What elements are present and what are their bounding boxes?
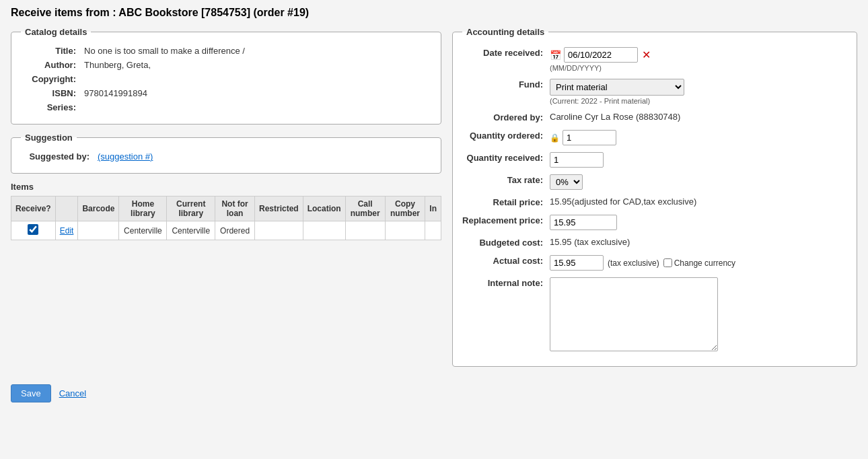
- accounting-legend: Accounting details: [462, 27, 548, 37]
- calendar-icon: 📅: [550, 50, 561, 61]
- actual-cost-value: 15.95 (tax exclusive) Change currency: [550, 252, 847, 274]
- items-section: Items Receive? Barcode Home library Curr…: [11, 182, 441, 240]
- ordered-by-value: Caroline Cyr La Rose (88830748): [550, 108, 847, 127]
- col-not-for-loan: Not for loan: [215, 197, 255, 221]
- call-number-cell: [345, 221, 385, 240]
- ordered-by-label: Ordered by:: [462, 108, 550, 127]
- receive-checkbox-cell[interactable]: [11, 221, 56, 240]
- date-received-input[interactable]: 06/10/2022: [564, 47, 638, 63]
- tax-rate-label: Tax rate:: [462, 171, 550, 193]
- fund-select[interactable]: Print material: [550, 79, 684, 96]
- quantity-ordered-label: Quantity ordered:: [462, 127, 550, 149]
- left-panel: Catalog details Title: No one is too sma…: [11, 27, 441, 240]
- actual-cost-note: (tax exclusive): [608, 258, 659, 268]
- date-received-label: Date received:: [462, 44, 550, 75]
- col-edit: [55, 197, 78, 221]
- footer-buttons: Save Cancel: [11, 384, 857, 402]
- replacement-price-value: 15.95: [550, 211, 847, 234]
- internal-note-input[interactable]: [550, 277, 718, 351]
- col-call-number: Call number: [345, 197, 385, 221]
- col-home-library: Home library: [119, 197, 167, 221]
- catalog-table: Title: No one is too small to make a dif…: [21, 44, 431, 114]
- right-panel: Accounting details Date received: 📅 06/1…: [452, 27, 857, 375]
- barcode-cell: [78, 221, 119, 240]
- actual-cost-label: Actual cost:: [462, 252, 550, 274]
- quantity-received-label: Quantity received:: [462, 149, 550, 171]
- col-in: In: [425, 197, 441, 221]
- col-copy-number: Copy number: [385, 197, 425, 221]
- title-label: Title:: [21, 44, 81, 58]
- lock-icon: 🔒: [550, 133, 560, 143]
- fund-value: Print material (Current: 2022 - Print ma…: [550, 75, 847, 108]
- items-heading: Items: [11, 182, 441, 192]
- quantity-ordered-input[interactable]: 1: [563, 130, 616, 145]
- internal-note-value: [550, 274, 847, 357]
- suggestion-link[interactable]: (suggestion #): [98, 151, 153, 162]
- copy-number-cell: [385, 221, 425, 240]
- suggestion-table: Suggested by: (suggestion #): [21, 149, 431, 164]
- col-receive: Receive?: [11, 197, 56, 221]
- budgeted-cost-label: Budgeted cost:: [462, 234, 550, 252]
- page-title: Receive items from : ABC Bookstore [7854…: [11, 7, 857, 19]
- change-currency-checkbox[interactable]: [663, 258, 672, 267]
- date-received-value: 📅 06/10/2022 ✕ (MM/DD/YYYY): [550, 44, 847, 75]
- home-library-cell: Centerville: [119, 221, 167, 240]
- clear-date-button[interactable]: ✕: [641, 50, 652, 61]
- catalog-legend: Catalog details: [21, 27, 91, 37]
- col-restricted: Restricted: [255, 197, 303, 221]
- retail-price-label: Retail price:: [462, 193, 550, 211]
- tax-rate-select[interactable]: 0%: [550, 174, 583, 190]
- suggested-by-label: Suggested by:: [21, 149, 95, 164]
- isbn-value: 9780141991894: [81, 86, 431, 100]
- replacement-price-input[interactable]: 15.95: [550, 215, 617, 230]
- replacement-price-label: Replacement price:: [462, 211, 550, 234]
- budgeted-cost-value: 15.95 (tax exclusive): [550, 234, 847, 252]
- suggestion-fieldset: Suggestion Suggested by: (suggestion #): [11, 133, 441, 174]
- title-value: No one is too small to make a difference…: [81, 44, 431, 58]
- save-button[interactable]: Save: [11, 384, 51, 402]
- quantity-received-input[interactable]: 1: [550, 152, 604, 168]
- table-row: Edit Centerville Centerville Ordered: [11, 221, 441, 240]
- col-barcode: Barcode: [78, 197, 119, 221]
- receive-checkbox[interactable]: [28, 224, 38, 235]
- change-currency-label[interactable]: Change currency: [663, 258, 735, 268]
- copyright-value: [81, 72, 431, 86]
- copyright-label: Copyright:: [21, 72, 81, 86]
- not-for-loan-cell: Ordered: [215, 221, 255, 240]
- cancel-button[interactable]: Cancel: [57, 384, 89, 402]
- tax-rate-value: 0%: [550, 171, 847, 193]
- current-fund-hint: (Current: 2022 - Print material): [550, 97, 847, 105]
- fund-label: Fund:: [462, 75, 550, 108]
- author-label: Author:: [21, 58, 81, 72]
- date-format-hint: (MM/DD/YYYY): [550, 64, 847, 72]
- col-current-library: Current library: [167, 197, 215, 221]
- retail-price-value: 15.95(adjusted for CAD,tax exclusive): [550, 193, 847, 211]
- current-library-cell: Centerville: [167, 221, 215, 240]
- suggested-by-value: (suggestion #): [95, 149, 431, 164]
- in-cell: [425, 221, 441, 240]
- series-value: [81, 100, 431, 114]
- catalog-fieldset: Catalog details Title: No one is too sma…: [11, 27, 441, 125]
- items-table: Receive? Barcode Home library Current li…: [11, 196, 441, 240]
- col-location: Location: [303, 197, 345, 221]
- quantity-received-value: 1: [550, 149, 847, 171]
- suggestion-legend: Suggestion: [21, 133, 77, 143]
- series-label: Series:: [21, 100, 81, 114]
- restricted-cell: [255, 221, 303, 240]
- quantity-ordered-value: 🔒 1: [550, 127, 847, 149]
- author-value: Thunberg, Greta,: [81, 58, 431, 72]
- change-currency-text: Change currency: [674, 258, 735, 268]
- isbn-label: ISBN:: [21, 86, 81, 100]
- location-cell: [303, 221, 345, 240]
- edit-link[interactable]: Edit: [55, 221, 78, 240]
- actual-cost-input[interactable]: 15.95: [550, 255, 604, 271]
- accounting-fieldset: Accounting details Date received: 📅 06/1…: [452, 27, 857, 367]
- internal-note-label: Internal note:: [462, 274, 550, 357]
- accounting-table: Date received: 📅 06/10/2022 ✕ (MM/DD/YYY…: [462, 44, 847, 357]
